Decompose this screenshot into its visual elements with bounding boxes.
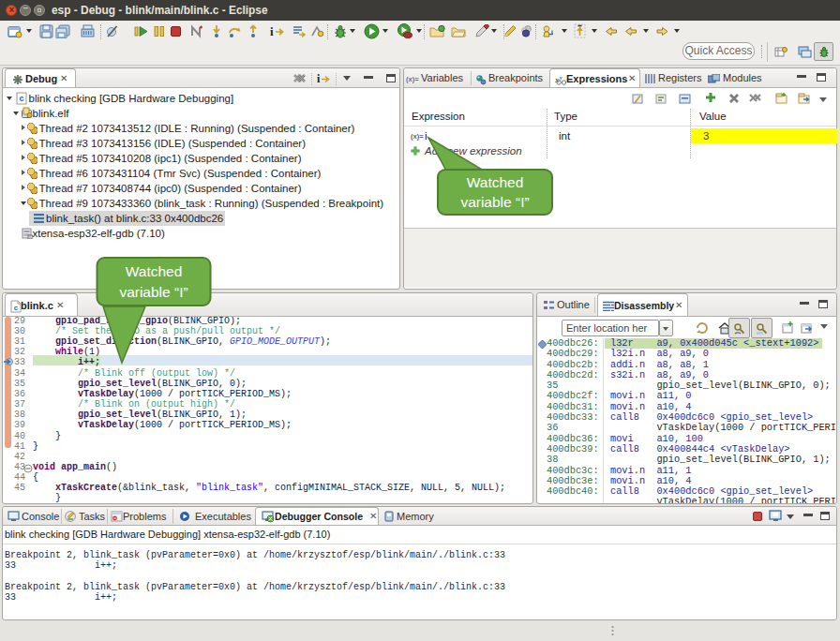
svg-text:c: c — [19, 94, 23, 103]
svg-text:y: y — [559, 75, 562, 81]
svg-text:c: c — [14, 304, 19, 312]
svg-text:i: i — [270, 24, 274, 38]
svg-text:i: i — [317, 72, 321, 85]
